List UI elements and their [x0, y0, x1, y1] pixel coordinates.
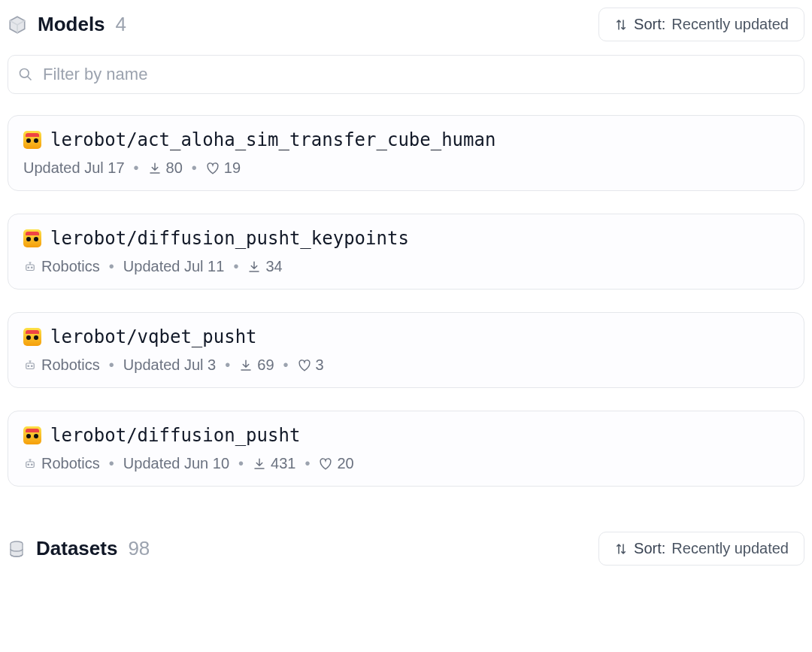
model-card[interactable]: lerobot/diffusion_pusht_keypointsRobotic…	[8, 214, 804, 290]
repo-name[interactable]: lerobot/vqbet_pusht	[50, 326, 257, 347]
repo-avatar-icon	[23, 131, 41, 149]
robot-icon	[23, 260, 37, 274]
category-label: Robotics	[41, 455, 100, 472]
separator-dot: •	[134, 159, 139, 177]
likes: 3	[298, 356, 324, 374]
repo-avatar-icon	[23, 229, 41, 247]
separator-dot: •	[304, 455, 310, 472]
svg-point-6	[28, 365, 29, 367]
filter-wrap	[8, 55, 804, 94]
separator-dot: •	[283, 356, 289, 374]
separator-dot: •	[109, 258, 114, 275]
separator-dot: •	[233, 258, 238, 275]
downloads-count: 69	[257, 356, 274, 374]
models-list: lerobot/act_aloha_sim_transfer_cube_huma…	[8, 115, 804, 487]
svg-point-0	[20, 69, 29, 78]
heart-icon	[206, 162, 220, 175]
separator-dot: •	[192, 159, 197, 177]
datasets-title: Datasets	[36, 537, 117, 560]
category-tag: Robotics	[23, 455, 100, 472]
download-icon	[148, 162, 162, 175]
category-tag: Robotics	[23, 258, 100, 275]
models-count: 4	[116, 13, 126, 36]
repo-name[interactable]: lerobot/act_aloha_sim_transfer_cube_huma…	[50, 129, 495, 150]
svg-rect-2	[26, 265, 35, 271]
meta-row: Robotics•Updated Jul 3•69•3	[23, 356, 789, 374]
downloads-count: 431	[271, 455, 295, 472]
svg-point-3	[28, 267, 29, 268]
robot-icon	[23, 457, 37, 471]
likes-count: 3	[316, 356, 324, 374]
model-card[interactable]: lerobot/diffusion_pushtRobotics•Updated …	[8, 411, 804, 487]
likes-count: 19	[224, 159, 241, 177]
sort-value: Recently updated	[671, 540, 789, 557]
category-label: Robotics	[41, 258, 100, 275]
svg-point-7	[32, 365, 33, 367]
models-title: Models	[38, 13, 105, 36]
downloads: 80	[148, 159, 183, 177]
downloads-count: 80	[166, 159, 183, 177]
separator-dot: •	[225, 356, 230, 374]
search-icon	[18, 67, 33, 82]
updated-label: Updated Jul 17	[23, 159, 125, 177]
downloads-count: 34	[265, 258, 282, 275]
datasets-count: 98	[128, 537, 150, 560]
downloads: 34	[247, 258, 282, 275]
svg-point-9	[28, 464, 29, 465]
cube-icon	[8, 15, 27, 35]
database-icon	[8, 540, 26, 558]
updated-label: Updated Jul 11	[123, 258, 225, 275]
sort-button-datasets[interactable]: Sort: Recently updated	[598, 532, 804, 566]
download-icon	[253, 457, 266, 471]
download-icon	[247, 260, 261, 274]
heart-icon	[298, 359, 311, 372]
downloads: 431	[253, 455, 295, 472]
separator-dot: •	[109, 356, 114, 374]
card-title-row: lerobot/diffusion_pusht	[23, 425, 789, 446]
meta-row: Updated Jul 17•80•19	[23, 159, 789, 177]
sort-label: Sort:	[634, 16, 665, 33]
sort-button-models[interactable]: Sort: Recently updated	[598, 8, 804, 41]
download-icon	[239, 359, 253, 372]
sort-value: Recently updated	[671, 16, 789, 33]
svg-rect-8	[26, 462, 35, 468]
datasets-header: Datasets 98 Sort: Recently updated	[8, 532, 804, 566]
category-label: Robotics	[41, 356, 100, 374]
meta-row: Robotics•Updated Jun 10•431•20	[23, 455, 789, 472]
svg-line-1	[28, 77, 32, 80]
card-title-row: lerobot/diffusion_pusht_keypoints	[23, 228, 789, 249]
repo-name[interactable]: lerobot/diffusion_pusht	[50, 425, 300, 446]
svg-point-10	[32, 464, 33, 465]
repo-avatar-icon	[23, 426, 41, 444]
svg-rect-5	[26, 363, 35, 369]
models-header-left: Models 4	[8, 13, 126, 36]
downloads: 69	[239, 356, 274, 374]
models-header: Models 4 Sort: Recently updated	[8, 8, 804, 41]
updated-label: Updated Jun 10	[123, 455, 229, 472]
card-title-row: lerobot/vqbet_pusht	[23, 326, 789, 347]
likes: 19	[206, 159, 241, 177]
meta-row: Robotics•Updated Jul 11•34	[23, 258, 789, 275]
repo-avatar-icon	[23, 328, 41, 346]
datasets-header-left: Datasets 98	[8, 537, 150, 560]
updated-label: Updated Jul 3	[123, 356, 216, 374]
repo-name[interactable]: lerobot/diffusion_pusht_keypoints	[50, 228, 409, 249]
model-card[interactable]: lerobot/act_aloha_sim_transfer_cube_huma…	[8, 115, 804, 191]
model-card[interactable]: lerobot/vqbet_pushtRobotics•Updated Jul …	[8, 312, 804, 388]
separator-dot: •	[109, 455, 114, 472]
sort-label: Sort:	[634, 540, 665, 557]
category-tag: Robotics	[23, 356, 100, 374]
heart-icon	[319, 457, 332, 471]
likes-count: 20	[337, 455, 353, 472]
robot-icon	[23, 359, 37, 372]
card-title-row: lerobot/act_aloha_sim_transfer_cube_huma…	[23, 129, 789, 150]
sort-icon	[614, 18, 628, 32]
filter-input[interactable]	[8, 55, 804, 94]
svg-point-4	[32, 267, 33, 268]
separator-dot: •	[238, 455, 244, 472]
sort-icon	[614, 542, 628, 556]
likes: 20	[319, 455, 353, 472]
